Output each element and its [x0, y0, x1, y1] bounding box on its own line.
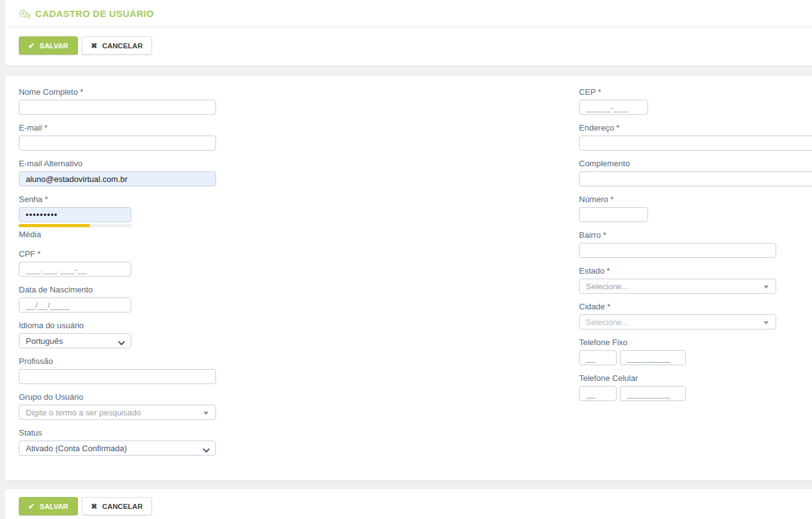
field-complemento: Complemento — [579, 159, 812, 186]
footer-card: ✔ SALVAR ✖ CANCELAR — [5, 490, 812, 519]
telefone-celular-numero-input[interactable] — [620, 386, 686, 401]
field-telefone-celular: Telefone Celular — [579, 373, 812, 401]
field-status: Status Ativado (Conta Confirmada) — [19, 428, 579, 456]
senha-label: Senha * — [19, 195, 579, 204]
email-alternativo-label: E-mail Alternativo — [19, 159, 579, 168]
bairro-label: Bairro * — [579, 230, 812, 240]
nome-completo-label: Nome Completo * — [19, 87, 579, 97]
grupo-usuario-label: Grupo do Usuário — [19, 392, 579, 402]
check-icon: ✔ — [28, 503, 35, 510]
telefone-celular-label: Telefone Celular — [579, 373, 812, 383]
x-icon: ✖ — [91, 42, 97, 50]
password-strength-fill — [19, 224, 90, 227]
form-card: Nome Completo * E-mail * E-mail Alternat… — [5, 76, 812, 480]
numero-input[interactable] — [579, 207, 648, 222]
grupo-usuario-placeholder: Digite o termo a ser pesquisado — [26, 408, 141, 417]
dropdown-arrow-icon — [203, 412, 208, 415]
user-registration-page: CADASTRO DE USUÁRIO ✔ SALVAR ✖ CANCELAR … — [0, 0, 812, 519]
field-endereco: Endereço * — [579, 123, 812, 151]
cep-input[interactable] — [579, 100, 648, 115]
header-card: CADASTRO DE USUÁRIO ✔ SALVAR ✖ CANCELAR — [5, 0, 812, 65]
password-strength-bar — [19, 224, 131, 227]
profissao-label: Profissão — [19, 356, 579, 366]
dropdown-arrow-icon — [764, 321, 769, 324]
telefone-fixo-ddd-input[interactable] — [579, 350, 617, 365]
data-nascimento-input[interactable] — [19, 297, 131, 313]
telefone-fixo-numero-input[interactable] — [620, 350, 686, 365]
field-data-nascimento: Data de Nascimento — [19, 285, 579, 313]
save-button[interactable]: ✔ SALVAR — [19, 36, 78, 55]
gears-icon — [19, 8, 31, 19]
password-strength-label: Média — [19, 230, 579, 239]
numero-label: Número * — [579, 195, 812, 204]
field-telefone-fixo: Telefone Fixo — [579, 338, 812, 365]
cancel-button[interactable]: ✖ CANCELAR — [82, 36, 153, 55]
telefone-celular-ddd-input[interactable] — [579, 386, 617, 401]
estado-select[interactable]: Selecione... — [579, 279, 776, 294]
cidade-placeholder: Selecione... — [586, 318, 629, 327]
title-bar: CADASTRO DE USUÁRIO — [5, 0, 812, 27]
bairro-input[interactable] — [579, 243, 776, 258]
form-right-column: CEP * Endereço * Complemento Número * Ba — [579, 87, 812, 464]
estado-placeholder: Selecione... — [586, 282, 629, 291]
idioma-label: Idioma do usuário — [19, 321, 579, 330]
field-email-alternativo: E-mail Alternativo — [19, 159, 579, 186]
estado-label: Estado * — [579, 266, 812, 276]
email-label: E-mail * — [19, 123, 579, 132]
cidade-select[interactable]: Selecione... — [579, 314, 776, 329]
nome-completo-input[interactable] — [19, 100, 216, 115]
cpf-label: CPF * — [19, 249, 579, 259]
dropdown-arrow-icon — [764, 286, 769, 289]
x-icon: ✖ — [91, 503, 97, 510]
chevron-down-icon — [118, 338, 125, 348]
cidade-label: Cidade * — [579, 302, 812, 311]
field-bairro: Bairro * — [579, 230, 812, 258]
telefone-fixo-label: Telefone Fixo — [579, 338, 812, 347]
form-left-column: Nome Completo * E-mail * E-mail Alternat… — [19, 87, 579, 464]
status-select[interactable]: Ativado (Conta Confirmada) — [19, 441, 216, 456]
cancel-button-label: CANCELAR — [102, 503, 143, 510]
endereco-input[interactable] — [579, 136, 812, 151]
field-senha: Senha * Média — [19, 195, 579, 239]
endereco-label: Endereço * — [579, 123, 812, 132]
complemento-label: Complemento — [579, 159, 812, 168]
save-button-bottom[interactable]: ✔ SALVAR — [19, 497, 78, 515]
idioma-selected-value: Português — [26, 336, 63, 346]
field-nome-completo: Nome Completo * — [19, 87, 579, 115]
field-cidade: Cidade * Selecione... — [579, 302, 812, 329]
field-idioma: Idioma do usuário Português — [19, 321, 579, 348]
complemento-input[interactable] — [579, 171, 812, 186]
cancel-button-label: CANCELAR — [102, 42, 143, 50]
field-email: E-mail * — [19, 123, 579, 151]
save-button-label: SALVAR — [40, 503, 68, 510]
field-profissao: Profissão — [19, 356, 579, 384]
field-cep: CEP * — [579, 87, 812, 115]
profissao-input[interactable] — [19, 369, 216, 384]
cpf-input[interactable] — [19, 262, 131, 277]
cancel-button-bottom[interactable]: ✖ CANCELAR — [82, 497, 153, 515]
idioma-select[interactable]: Português — [19, 333, 131, 348]
grupo-usuario-select[interactable]: Digite o termo a ser pesquisado — [19, 405, 216, 420]
top-actions: ✔ SALVAR ✖ CANCELAR — [5, 27, 812, 65]
field-cpf: CPF * — [19, 249, 579, 277]
status-selected-value: Ativado (Conta Confirmada) — [26, 444, 127, 453]
email-alternativo-input[interactable] — [19, 171, 216, 186]
save-button-label: SALVAR — [40, 42, 68, 50]
chevron-down-icon — [203, 446, 210, 455]
field-numero: Número * — [579, 195, 812, 222]
field-grupo-usuario: Grupo do Usuário Digite o termo a ser pe… — [19, 392, 579, 420]
status-label: Status — [19, 428, 579, 437]
cep-label: CEP * — [579, 87, 812, 97]
senha-input[interactable] — [19, 207, 131, 222]
page-title: CADASTRO DE USUÁRIO — [35, 8, 154, 19]
data-nascimento-label: Data de Nascimento — [19, 285, 579, 294]
field-estado: Estado * Selecione... — [579, 266, 812, 294]
check-icon: ✔ — [28, 42, 35, 50]
email-input[interactable] — [19, 136, 216, 151]
